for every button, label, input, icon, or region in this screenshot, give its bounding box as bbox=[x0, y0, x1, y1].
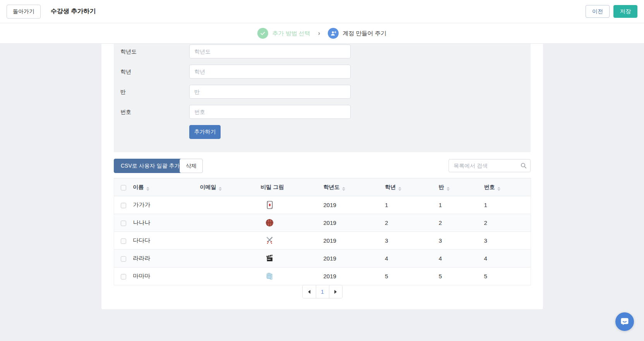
column-header-year[interactable]: 학년도 bbox=[320, 178, 382, 196]
table-row: 가가가 2019 1 1 1 bbox=[114, 196, 531, 214]
chevron-right-icon: › bbox=[318, 30, 320, 37]
column-label: 비밀 그림 bbox=[261, 184, 284, 190]
row-select-cell bbox=[114, 196, 130, 214]
column-header-number[interactable]: 번호 bbox=[481, 178, 531, 196]
table-header-row: 이름 이메일 비밀 그림 학년도 학년 반 번호 bbox=[114, 178, 531, 196]
row-select-cell bbox=[114, 267, 130, 285]
sort-icon bbox=[447, 187, 450, 191]
table-row: 다다다 2019 3 3 3 bbox=[114, 232, 531, 250]
column-label: 이름 bbox=[133, 184, 144, 190]
pagination: 1 bbox=[101, 285, 543, 298]
magnifier-icon[interactable] bbox=[520, 162, 527, 169]
person-add-icon bbox=[328, 28, 339, 39]
grade-cell: 1 bbox=[382, 196, 435, 214]
list-toolbar: CSV로 사용자 일괄 추가 삭제 bbox=[114, 159, 531, 173]
chat-launcher-button[interactable] bbox=[615, 312, 634, 331]
step-label: 계정 만들어 주기 bbox=[343, 30, 386, 37]
form-row-class: 반 bbox=[114, 85, 531, 99]
year-cell: 2019 bbox=[320, 232, 382, 250]
chat-bubble-icon bbox=[620, 317, 630, 327]
number-cell: 4 bbox=[481, 250, 531, 267]
number-cell: 2 bbox=[481, 214, 531, 232]
secret-picture-cell bbox=[257, 232, 320, 250]
column-header-name[interactable]: 이름 bbox=[130, 178, 197, 196]
page-number-button[interactable]: 1 bbox=[316, 285, 329, 298]
form-row-year: 학년도 bbox=[114, 45, 531, 58]
step-create-account: 계정 만들어 주기 bbox=[328, 28, 386, 39]
field-label: 학년 bbox=[120, 65, 131, 79]
year-cell: 2019 bbox=[320, 196, 382, 214]
column-label: 번호 bbox=[484, 184, 495, 190]
column-label: 학년 bbox=[385, 184, 396, 190]
year-cell: 2019 bbox=[320, 214, 382, 232]
grade-cell: 3 bbox=[382, 232, 435, 250]
select-all-checkbox[interactable] bbox=[121, 185, 126, 190]
playing-card-diamond-icon bbox=[265, 201, 274, 209]
class-cell: 1 bbox=[435, 196, 481, 214]
secret-picture-cell bbox=[257, 214, 320, 232]
add-student-button[interactable]: 추가하기 bbox=[189, 125, 221, 139]
select-all-cell bbox=[114, 178, 130, 196]
students-table: 이름 이메일 비밀 그림 학년도 학년 반 번호 가가가 bbox=[114, 178, 531, 285]
row-select-cell bbox=[114, 232, 130, 250]
class-field[interactable] bbox=[189, 85, 351, 99]
row-checkbox[interactable] bbox=[121, 256, 126, 262]
save-button[interactable]: 저장 bbox=[613, 5, 637, 18]
name-cell: 가가가 bbox=[130, 196, 197, 214]
grade-cell: 5 bbox=[382, 267, 435, 285]
row-checkbox[interactable] bbox=[121, 274, 126, 279]
csv-bulk-add-button[interactable]: CSV로 사용자 일괄 추가 bbox=[114, 159, 187, 173]
grade-field[interactable] bbox=[189, 65, 351, 79]
class-cell: 5 bbox=[435, 267, 481, 285]
email-cell bbox=[197, 196, 257, 214]
form-row-number: 번호 bbox=[114, 105, 531, 119]
back-button[interactable]: 돌아가기 bbox=[7, 5, 41, 19]
column-header-class[interactable]: 반 bbox=[435, 178, 481, 196]
toilet-paper-icon bbox=[265, 272, 274, 281]
column-label: 학년도 bbox=[324, 184, 340, 190]
email-cell bbox=[197, 267, 257, 285]
column-header-grade[interactable]: 학년 bbox=[382, 178, 435, 196]
check-icon bbox=[257, 28, 268, 39]
main-content-card: 학년도 학년 반 번호 추가하기 CSV로 사용자 일괄 추가 삭제 bbox=[101, 44, 543, 309]
previous-step-button[interactable]: 이전 bbox=[586, 5, 610, 18]
next-page-button[interactable] bbox=[329, 285, 342, 298]
stepper-bar: 추가 방법 선택 › 계정 만들어 주기 bbox=[0, 23, 644, 44]
row-checkbox[interactable] bbox=[121, 203, 126, 208]
row-select-cell bbox=[114, 250, 130, 267]
row-select-cell bbox=[114, 214, 130, 232]
class-cell: 3 bbox=[435, 232, 481, 250]
column-header-secret-picture: 비밀 그림 bbox=[257, 178, 320, 196]
row-checkbox[interactable] bbox=[121, 221, 126, 226]
step-label: 추가 방법 선택 bbox=[272, 30, 310, 37]
previous-page-button[interactable] bbox=[303, 285, 316, 298]
name-cell: 다다다 bbox=[130, 232, 197, 250]
step-choose-method: 추가 방법 선택 bbox=[257, 28, 310, 39]
year-cell: 2019 bbox=[320, 250, 382, 267]
crossed-swords-icon bbox=[265, 236, 274, 245]
page-title: 수강생 추가하기 bbox=[51, 7, 96, 15]
number-cell: 1 bbox=[481, 196, 531, 214]
column-label: 이메일 bbox=[200, 184, 216, 190]
sort-icon bbox=[398, 187, 401, 191]
sort-icon bbox=[497, 187, 500, 191]
field-label: 번호 bbox=[120, 105, 131, 119]
class-cell: 4 bbox=[435, 250, 481, 267]
name-cell: 나나나 bbox=[130, 214, 197, 232]
sort-icon bbox=[219, 187, 222, 191]
table-row: 나나나 2019 2 2 2 bbox=[114, 214, 531, 232]
email-cell bbox=[197, 214, 257, 232]
delete-button[interactable]: 삭제 bbox=[180, 159, 203, 173]
number-cell: 3 bbox=[481, 232, 531, 250]
year-field[interactable] bbox=[189, 45, 351, 58]
name-cell: 마마마 bbox=[130, 267, 197, 285]
search-input[interactable] bbox=[449, 159, 531, 172]
column-header-email[interactable]: 이메일 bbox=[197, 178, 257, 196]
number-field[interactable] bbox=[189, 105, 351, 119]
list-search bbox=[449, 159, 531, 172]
row-checkbox[interactable] bbox=[121, 238, 126, 244]
grade-cell: 4 bbox=[382, 250, 435, 267]
arrow-left-icon bbox=[308, 290, 310, 294]
column-label: 반 bbox=[439, 184, 444, 190]
number-cell: 5 bbox=[481, 267, 531, 285]
